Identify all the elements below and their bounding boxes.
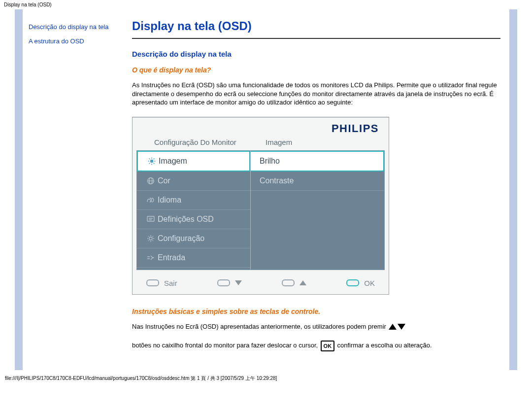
footer-path: file:///I|/PHILIPS/170C8/170C8-EDFU/lcd/… xyxy=(0,370,532,384)
osd-header-left: Configuração Do Monitor xyxy=(154,138,263,146)
osd-footer-ok[interactable]: OK xyxy=(346,279,375,287)
input-icon xyxy=(144,255,158,261)
osd-right-menu: Brilho Contraste xyxy=(251,151,384,270)
pill-icon xyxy=(146,279,159,286)
title-rule xyxy=(132,38,500,39)
svg-point-0 xyxy=(150,159,153,162)
triangle-down-icon xyxy=(398,324,405,330)
osd-panel: PHILIPS Configuração Do Monitor Imagem I… xyxy=(132,117,389,295)
text-segment: Nas Instruções no Ecrã (OSD) apresentada… xyxy=(132,323,386,330)
svg-rect-12 xyxy=(147,216,154,221)
triangle-down-icon xyxy=(235,280,242,285)
text-segment: botões no caixilho frontal do monitor pa… xyxy=(132,342,318,349)
pill-icon xyxy=(346,279,359,286)
right-color-bar xyxy=(509,9,517,370)
osd-logo-row: PHILIPS xyxy=(133,117,389,137)
osd-footer-ok-label: OK xyxy=(364,279,375,287)
triangle-up-icon xyxy=(299,280,306,285)
subhead-instructions: Instruções básicas e simples sobre as te… xyxy=(132,308,500,315)
osd-item-cor[interactable]: Cor xyxy=(137,171,250,191)
osd-item-configuracao[interactable]: Configuração xyxy=(137,229,250,248)
page-title: Display na tela (OSD) xyxy=(132,19,500,33)
header-path: Display na tela (OSD) xyxy=(0,0,532,9)
svg-line-7 xyxy=(149,163,150,164)
svg-point-15 xyxy=(149,237,152,240)
osd-item-imagem[interactable]: Imagem xyxy=(137,151,250,171)
osd-item-label: Configuração xyxy=(158,234,204,243)
osd-left-menu: Imagem Cor Idioma xyxy=(137,151,251,270)
paragraph-intro: As Instruções no Ecrã (OSD) são uma func… xyxy=(132,81,500,107)
globe-icon xyxy=(144,177,158,185)
osd-item-label: Idioma xyxy=(158,196,181,205)
osd-header-right: Imagem xyxy=(263,138,379,146)
osd-item-label: Cor xyxy=(158,176,170,185)
osd-item-entrada[interactable]: Entrada xyxy=(137,248,250,268)
svg-line-6 xyxy=(154,163,155,164)
osd-subitem-brilho[interactable]: Brilho xyxy=(251,151,384,171)
text-segment: confirmar a escolha ou alteração. xyxy=(337,342,432,349)
osd-item-label: Definições OSD xyxy=(158,215,214,224)
svg-line-5 xyxy=(149,158,150,159)
osd-item-definicoes[interactable]: Definições OSD xyxy=(137,210,250,229)
subhead-what-is: O que é display na tela? xyxy=(132,66,500,74)
left-color-bar xyxy=(15,9,23,370)
svg-line-8 xyxy=(154,158,155,159)
osd-header-row: Configuração Do Monitor Imagem xyxy=(133,137,389,150)
osd-icon xyxy=(144,216,158,223)
osd-item-idioma[interactable]: Idioma xyxy=(137,191,250,210)
osd-subitem-label: Contraste xyxy=(260,176,294,185)
brightness-icon xyxy=(145,157,159,165)
language-icon xyxy=(144,197,158,204)
ok-box-icon: OK xyxy=(321,341,334,351)
osd-footer-down[interactable] xyxy=(217,279,242,286)
sidebar: Descrição do display na tela A estrutura… xyxy=(23,9,123,370)
triangle-up-icon xyxy=(389,324,397,330)
osd-subitem-contraste[interactable]: Contraste xyxy=(251,171,384,191)
osd-footer: Sair OK xyxy=(133,275,389,294)
pill-icon xyxy=(282,279,295,286)
paragraph-controls-1: Nas Instruções no Ecrã (OSD) apresentada… xyxy=(132,322,500,331)
sidebar-link-structure[interactable]: A estrutura do OSD xyxy=(29,37,120,45)
gear-icon xyxy=(144,235,158,242)
page: Descrição do display na tela A estrutura… xyxy=(15,9,517,370)
osd-right-filler xyxy=(251,191,384,270)
osd-footer-exit[interactable]: Sair xyxy=(146,279,177,287)
philips-logo: PHILIPS xyxy=(332,122,379,135)
pill-icon xyxy=(217,279,230,286)
osd-body: Imagem Cor Idioma xyxy=(136,150,385,270)
osd-footer-exit-label: Sair xyxy=(164,279,177,287)
osd-item-label: Imagem xyxy=(159,157,187,166)
osd-subitem-label: Brilho xyxy=(260,157,280,166)
paragraph-controls-2: botões no caixilho frontal do monitor pa… xyxy=(132,341,500,351)
main-content: Display na tela (OSD) Descrição do displ… xyxy=(123,9,509,370)
osd-item-label: Entrada xyxy=(158,253,185,262)
section-title: Descrição do display na tela xyxy=(132,50,500,58)
osd-footer-up[interactable] xyxy=(282,279,306,286)
sidebar-link-description[interactable]: Descrição do display na tela xyxy=(29,23,120,31)
